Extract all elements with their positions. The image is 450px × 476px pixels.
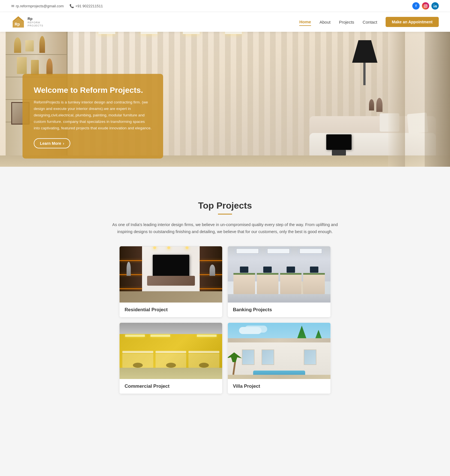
svg-point-1 xyxy=(425,5,426,6)
email-contact: ✉ rp.reformprojects@gmail.com xyxy=(11,4,64,8)
section-title: Top Projects xyxy=(11,200,439,211)
phone-text: +91 9022211511 xyxy=(75,4,103,8)
learn-more-button[interactable]: Learn More › xyxy=(34,138,70,148)
project-card-residential[interactable]: Residential Project xyxy=(120,246,222,317)
project-title-residential: Residential Project xyxy=(120,303,222,317)
nav-links: Home About Projects Contact Make an Appo… xyxy=(299,17,439,27)
project-card-banking[interactable]: Banking Projects xyxy=(228,246,330,317)
instagram-icon[interactable] xyxy=(422,2,429,10)
svg-rect-3 xyxy=(434,5,434,7)
email-text: rp.reformprojects@gmail.com xyxy=(16,4,64,8)
logo-text: Rp REFORMPROJECTS xyxy=(28,17,43,27)
project-title-villa: Villa Project xyxy=(228,379,330,394)
arrow-icon: › xyxy=(63,141,64,146)
phone-contact: 📞 +91 9022211511 xyxy=(69,4,103,8)
svg-point-2 xyxy=(426,5,427,5)
social-links: f xyxy=(412,2,439,10)
topbar: ✉ rp.reformprojects@gmail.com 📞 +91 9022… xyxy=(0,0,450,12)
navbar: Rp Rp REFORMPROJECTS Home About Projects… xyxy=(0,12,450,32)
hero-description: ReformProjects is a turnkey interior des… xyxy=(34,99,152,132)
nav-contact[interactable]: Contact xyxy=(363,19,377,26)
projects-grid-top: Residential Project xyxy=(120,246,330,317)
facebook-icon[interactable]: f xyxy=(412,2,420,10)
section-description: As one of India's leading interior desig… xyxy=(104,221,346,235)
email-icon: ✉ xyxy=(11,4,14,8)
linkedin-icon[interactable] xyxy=(431,2,439,10)
svg-text:Rp: Rp xyxy=(15,22,20,26)
project-image-residential xyxy=(120,246,222,303)
project-image-banking xyxy=(228,246,330,303)
nav-about[interactable]: About xyxy=(320,19,330,26)
svg-rect-0 xyxy=(424,4,427,8)
project-image-commercial xyxy=(120,323,222,379)
hero-section: Welcome to Reform Projects. ReformProjec… xyxy=(0,32,450,167)
project-title-commercial: Commercial Project xyxy=(120,379,222,394)
hero-background: Welcome to Reform Projects. ReformProjec… xyxy=(0,32,450,167)
project-card-commercial[interactable]: Commercial Project xyxy=(120,323,222,394)
svg-point-4 xyxy=(434,4,434,5)
nav-home[interactable]: Home xyxy=(299,18,311,26)
project-title-banking: Banking Projects xyxy=(228,303,330,317)
section-divider xyxy=(218,214,232,215)
phone-icon: 📞 xyxy=(69,4,74,8)
project-card-villa[interactable]: Villa Project xyxy=(228,323,330,394)
nav-projects[interactable]: Projects xyxy=(339,19,354,26)
section-spacer xyxy=(0,167,450,184)
projects-grid-bottom: Commercial Project xyxy=(120,323,330,394)
hero-card: Welcome to Reform Projects. ReformProjec… xyxy=(22,74,163,159)
top-projects-section: Top Projects As one of India's leading i… xyxy=(0,184,450,408)
topbar-contact: ✉ rp.reformprojects@gmail.com 📞 +91 9022… xyxy=(11,4,103,8)
appointment-button[interactable]: Make an Appointment xyxy=(386,17,439,27)
project-image-villa xyxy=(228,323,330,379)
logo[interactable]: Rp Rp REFORMPROJECTS xyxy=(11,15,43,29)
logo-icon: Rp xyxy=(11,15,25,29)
hero-title: Welcome to Reform Projects. xyxy=(34,85,152,95)
